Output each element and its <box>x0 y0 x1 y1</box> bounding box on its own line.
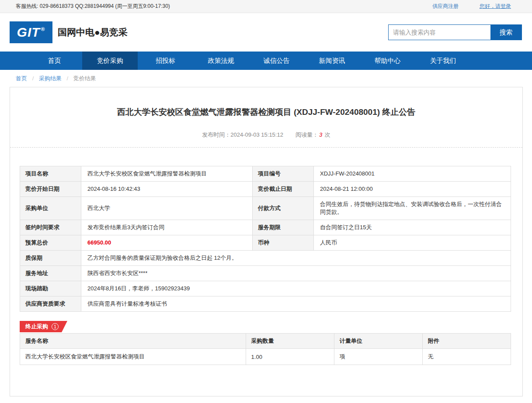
table-row: 项目名称 西北大学长安校区食堂燃气泄露报警器检测项目 项目编号 XDJJ-FW-… <box>20 166 511 182</box>
table-header-row: 服务名称 采购数量 计量单位 附件 <box>20 334 511 349</box>
topbar: 客服热线: 029-86618373 QQ:2881944994 (周一至周五9… <box>0 0 532 13</box>
cell-attachment: 无 <box>422 349 511 365</box>
header: GIT® 国网中电●易竞采 搜索 <box>0 13 532 52</box>
info-value-purchaser: 西北大学 <box>81 197 253 220</box>
info-value-project-no: XDJJ-FW-202408001 <box>314 166 511 182</box>
nav-item-news[interactable]: 新闻资讯 <box>304 52 360 70</box>
views-label: 阅读量： <box>296 131 318 138</box>
col-attachment: 附件 <box>422 334 511 349</box>
info-label-bid-start: 竞价开始日期 <box>20 182 81 197</box>
info-value-budget: 66950.00 <box>81 235 253 251</box>
publish-time-value: 2024-09-03 15:15:12 <box>230 131 283 138</box>
col-unit: 计量单位 <box>334 334 422 349</box>
nav-item-help-center[interactable]: 帮助中心 <box>360 52 415 70</box>
breadcrumb-separator: / <box>67 75 69 82</box>
breadcrumb-separator: / <box>32 75 34 82</box>
badge-count-circle: 1 <box>52 323 59 330</box>
publish-meta: 发布时间：2024-09-03 15:15:12阅读量：3 次 <box>10 131 522 139</box>
hotline-text: 客服热线: 029-86618373 QQ:2881944994 (周一至周五9… <box>16 3 170 10</box>
info-value-payment: 合同生效后，待货物到达指定地点、安装调试验收合格后，一次性付清合同货款。 <box>314 197 511 220</box>
table-row: 质保期 乙方对合同服务的质量保证期为验收合格后之日起 12个月。 <box>20 251 511 266</box>
table-row: 西北大学长安校区食堂燃气泄露报警器检测项目 1.00 项 无 <box>20 349 511 365</box>
info-label-project-name: 项目名称 <box>20 166 81 182</box>
site-brand-title: 国网中电●易竞采 <box>58 26 128 38</box>
nav-item-home[interactable]: 首页 <box>27 52 82 70</box>
info-label-project-no: 项目编号 <box>253 166 314 182</box>
breadcrumb: 首页 / 采购结果 / 竞价结果 <box>0 70 532 87</box>
search-input[interactable] <box>389 25 490 40</box>
publish-time-label: 发布时间： <box>202 131 230 138</box>
info-label-payment: 付款方式 <box>253 197 314 220</box>
announcement-card: 西北大学长安校区食堂燃气泄露报警器检测项目 (XDJJ-FW-202408001… <box>10 87 523 396</box>
info-label-service-period: 服务期限 <box>253 220 314 235</box>
project-info-table: 项目名称 西北大学长安校区食堂燃气泄露报警器检测项目 项目编号 XDJJ-FW-… <box>20 166 511 312</box>
info-label-budget: 预算总价 <box>20 235 81 251</box>
nav-item-integrity-notice[interactable]: 诚信公告 <box>249 52 304 70</box>
views-unit: 次 <box>325 131 330 138</box>
cell-unit: 项 <box>334 349 422 365</box>
divider <box>10 147 522 148</box>
table-row: 预算总价 66950.00 币种 人民币 <box>20 235 511 251</box>
search-bar: 搜索 <box>388 24 522 40</box>
info-value-project-name: 西北大学长安校区食堂燃气泄露报警器检测项目 <box>81 166 253 182</box>
table-row: 竞价开始日期 2024-08-16 10:42:43 竞价截止日期 2024-0… <box>20 182 511 197</box>
terminated-purchase-badge: 终止采购 1 <box>20 321 67 332</box>
nav-item-tender[interactable]: 招投标 <box>138 52 193 70</box>
info-value-site-survey: 2024年8月16日，李老师，15902923439 <box>81 281 511 296</box>
nav-item-policy[interactable]: 政策法规 <box>193 52 249 70</box>
info-value-bid-start: 2024-08-16 10:42:43 <box>81 182 253 197</box>
badge-label: 终止采购 <box>25 323 48 331</box>
service-items-table: 服务名称 采购数量 计量单位 附件 西北大学长安校区食堂燃气泄露报警器检测项目 … <box>20 333 511 365</box>
search-button[interactable]: 搜索 <box>490 25 522 40</box>
info-label-warranty: 质保期 <box>20 251 81 266</box>
info-label-sign-time: 签约时间要求 <box>20 220 81 235</box>
logo-text: GIT <box>17 25 40 40</box>
table-row: 采购单位 西北大学 付款方式 合同生效后，待货物到达指定地点、安装调试验收合格后… <box>20 197 511 220</box>
info-label-service-address: 服务地址 <box>20 266 81 281</box>
main-nav: 首页 竞价采购 招投标 政策法规 诚信公告 新闻资讯 帮助中心 关于我们 <box>0 52 532 70</box>
cell-service-name: 西北大学长安校区食堂燃气泄露报警器检测项目 <box>20 349 246 365</box>
info-label-site-survey: 现场踏勘 <box>20 281 81 296</box>
table-row: 供应商资质要求 供应商需具有计量标准考核证书 <box>20 296 511 312</box>
info-label-purchaser: 采购单位 <box>20 197 81 220</box>
info-value-currency: 人民币 <box>314 235 511 251</box>
page-title: 西北大学长安校区食堂燃气泄露报警器检测项目 (XDJJ-FW-202408001… <box>10 87 522 118</box>
table-row: 现场踏勘 2024年8月16日，李老师，15902923439 <box>20 281 511 296</box>
info-label-supplier-qualification: 供应商资质要求 <box>20 296 81 312</box>
col-service-name: 服务名称 <box>20 334 246 349</box>
supplier-register-link[interactable]: 供应商注册 <box>432 3 459 10</box>
git-logo: GIT® <box>10 21 52 43</box>
cell-quantity: 1.00 <box>246 349 334 365</box>
info-label-currency: 币种 <box>253 235 314 251</box>
breadcrumb-purchase-results[interactable]: 采购结果 <box>39 75 62 82</box>
table-row: 签约时间要求 发布竞价结果后3天内签订合同 服务期限 自合同签订之日15天 <box>20 220 511 235</box>
info-label-bid-end: 竞价截止日期 <box>253 182 314 197</box>
views-count: 3 <box>319 131 322 138</box>
info-value-supplier-qualification: 供应商需具有计量标准考核证书 <box>81 296 511 312</box>
breadcrumb-bidding-results: 竞价结果 <box>73 75 96 82</box>
info-value-warranty: 乙方对合同服务的质量保证期为验收合格后之日起 12个月。 <box>81 251 511 266</box>
info-value-sign-time: 发布竞价结果后3天内签订合同 <box>81 220 253 235</box>
info-value-bid-end: 2024-08-21 12:00:00 <box>314 182 511 197</box>
nav-item-bidding-purchase[interactable]: 竞价采购 <box>82 52 138 70</box>
breadcrumb-home[interactable]: 首页 <box>16 75 27 82</box>
table-row: 服务地址 陕西省西安市长安区**** <box>20 266 511 281</box>
registered-mark: ® <box>41 26 45 32</box>
col-quantity: 采购数量 <box>246 334 334 349</box>
login-link[interactable]: 您好，请登录 <box>480 3 511 10</box>
info-value-service-period: 自合同签订之日15天 <box>314 220 511 235</box>
info-value-service-address: 陕西省西安市长安区**** <box>81 266 511 281</box>
nav-item-about-us[interactable]: 关于我们 <box>415 52 471 70</box>
